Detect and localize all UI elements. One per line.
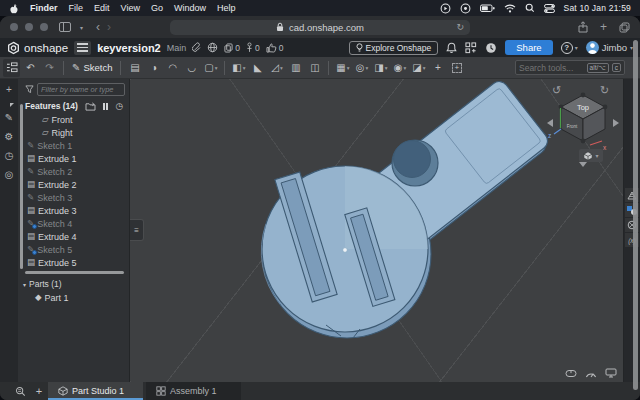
mirror-tool-button[interactable]: ◨▾ xyxy=(372,59,389,77)
undo-button[interactable]: ↶ xyxy=(22,59,39,77)
parts-header[interactable]: ▾ Parts (1) xyxy=(18,275,129,291)
tab-assembly-1[interactable]: Assembly 1 xyxy=(146,382,241,400)
feature-row[interactable]: ✎Sketch 3 xyxy=(18,191,129,204)
copies-count[interactable]: 0 xyxy=(224,43,240,53)
window-zoom-button[interactable] xyxy=(40,23,48,31)
tab-overview-icon[interactable] xyxy=(619,22,630,33)
rib-tool-button[interactable]: ▥ xyxy=(287,59,304,77)
horizontal-scrollbar[interactable] xyxy=(25,271,124,274)
likes-count[interactable]: 0 xyxy=(266,43,284,53)
menu-item-edit[interactable]: Edit xyxy=(94,3,110,13)
new-tab-icon[interactable]: + xyxy=(600,20,607,34)
history-rail-icon[interactable]: ◷ xyxy=(5,151,14,161)
feature-row[interactable]: ▱Right xyxy=(18,126,129,139)
menu-item-view[interactable]: View xyxy=(121,3,140,13)
control-center-icon[interactable] xyxy=(544,4,555,13)
screen-record-icon[interactable] xyxy=(440,3,451,14)
notes-rail-icon[interactable]: ✎ xyxy=(5,113,13,123)
sidebar-toggle-icon[interactable] xyxy=(59,22,73,33)
part-row[interactable]: ◆Part 1 xyxy=(18,291,129,304)
performance-gauge-icon[interactable] xyxy=(585,369,597,378)
menu-bar-clock[interactable]: Sat 10 Jan 21:59 xyxy=(564,3,631,13)
extrude-tool-button[interactable]: ▤ xyxy=(126,59,143,77)
menu-item-finder[interactable]: Finder xyxy=(30,3,58,13)
loft-tool-button[interactable]: ◡ xyxy=(183,59,200,77)
split-tool-button[interactable]: ◪▾ xyxy=(410,59,427,77)
revolve-tool-button[interactable]: ◑ xyxy=(145,59,162,77)
suppress-rollback-icon[interactable] xyxy=(103,103,109,110)
sketch-button[interactable]: ✎ Sketch xyxy=(69,62,115,73)
forward-button[interactable]: › xyxy=(107,21,111,33)
feature-row[interactable]: ▤Extrude 5 xyxy=(18,256,129,269)
menu-item-go[interactable]: Go xyxy=(151,3,163,13)
display-monitor-icon[interactable] xyxy=(605,368,617,378)
model-viewport[interactable]: ↺ ↻ Top Front z x ▾ xyxy=(130,79,623,382)
feature-row[interactable]: ▤Extrude 2 xyxy=(18,178,129,191)
window-close-button[interactable] xyxy=(10,23,18,31)
feature-row[interactable]: ✎Sketch 5 xyxy=(18,243,129,256)
learning-center-icon[interactable] xyxy=(485,42,497,54)
search-tools-box[interactable]: alt/⌥ c xyxy=(515,60,625,75)
linear-pattern-tool-button[interactable]: ▦▾ xyxy=(334,59,351,77)
document-menu-button[interactable] xyxy=(74,41,91,55)
feature-list-toggle-button[interactable] xyxy=(3,59,20,77)
draft-tool-button[interactable]: ◿▾ xyxy=(268,59,285,77)
help-menu[interactable]: ? ▾ xyxy=(561,42,578,54)
user-menu[interactable]: Jimbo ▾ xyxy=(586,41,633,54)
notifications-bell-icon[interactable] xyxy=(446,42,457,54)
insert-feature-icon[interactable] xyxy=(85,102,96,111)
battery-icon[interactable] xyxy=(480,4,495,13)
sidebar-caret-icon[interactable]: ▾ xyxy=(80,24,83,31)
feature-row[interactable]: ✎Sketch 1 xyxy=(18,139,129,152)
transform-button[interactable]: + xyxy=(448,59,465,77)
page-scrollbar[interactable] xyxy=(633,40,638,390)
window-minimize-button[interactable] xyxy=(25,23,33,31)
globe-icon[interactable] xyxy=(207,42,218,53)
explore-onshape-button[interactable]: Explore Onshape xyxy=(349,41,439,55)
menu-item-help[interactable]: Help xyxy=(217,3,236,13)
transform-tool-button[interactable]: + xyxy=(429,59,446,77)
rollback-history-icon[interactable]: ◷ xyxy=(115,101,123,111)
apps-rail-icon[interactable]: ⚙ xyxy=(5,132,14,142)
thicken-tool-button[interactable]: ▢▾ xyxy=(202,59,219,77)
share-icon[interactable] xyxy=(578,21,588,33)
link-icon[interactable] xyxy=(192,42,201,53)
feature-row[interactable]: ✎Sketch 4 xyxy=(18,217,129,230)
feature-row[interactable]: ▤Extrude 1 xyxy=(18,152,129,165)
chamfer-tool-button[interactable]: ◣ xyxy=(249,59,266,77)
spotlight-icon[interactable] xyxy=(525,3,535,13)
feature-row[interactable]: ▱Front xyxy=(18,113,129,126)
add-tab-button[interactable]: + xyxy=(30,382,48,400)
menu-item-file[interactable]: File xyxy=(69,3,84,13)
panel-collapse-handle[interactable]: ≡ xyxy=(130,219,144,241)
reload-icon[interactable]: ↻ xyxy=(456,22,464,32)
address-bar[interactable]: cad.onshape.com ↻ xyxy=(170,20,470,35)
feature-row[interactable]: ▤Extrude 4 xyxy=(18,230,129,243)
app-store-grid-icon[interactable] xyxy=(465,42,477,54)
boolean-tool-button[interactable]: ◉▾ xyxy=(391,59,408,77)
tab-part-studio-1[interactable]: Part Studio 1 xyxy=(48,382,143,400)
sweep-tool-button[interactable]: ◠ xyxy=(164,59,181,77)
mouse-settings-icon[interactable] xyxy=(565,369,577,378)
onshape-logo[interactable]: onshape xyxy=(7,41,68,55)
workspace-name[interactable]: Main xyxy=(167,43,187,53)
fillet-tool-button[interactable]: ◧▾ xyxy=(230,59,247,77)
vertical-scrollbar[interactable] xyxy=(20,104,23,269)
measure-rail-icon[interactable]: ◎ xyxy=(5,170,14,180)
share-button[interactable]: Share xyxy=(505,40,552,55)
shortcuts-icon[interactable] xyxy=(460,3,471,14)
back-button[interactable]: ‹ xyxy=(96,21,100,33)
document-title[interactable]: keyversion2 xyxy=(97,42,161,54)
wifi-icon[interactable] xyxy=(504,4,516,13)
filter-input[interactable] xyxy=(37,83,125,96)
shell-tool-button[interactable]: ◫ xyxy=(306,59,323,77)
search-tools-input[interactable] xyxy=(519,63,584,73)
insert-rail-icon[interactable]: + xyxy=(6,85,12,95)
view-menu-button[interactable]: ▾ xyxy=(579,149,603,162)
tab-manager-button[interactable] xyxy=(12,382,30,400)
circular-pattern-tool-button[interactable]: ◎▾ xyxy=(353,59,370,77)
origin-point[interactable] xyxy=(343,248,348,253)
follow-count[interactable]: 0 xyxy=(246,42,260,53)
redo-button[interactable]: ↷ xyxy=(41,59,58,77)
menu-item-window[interactable]: Window xyxy=(174,3,206,13)
